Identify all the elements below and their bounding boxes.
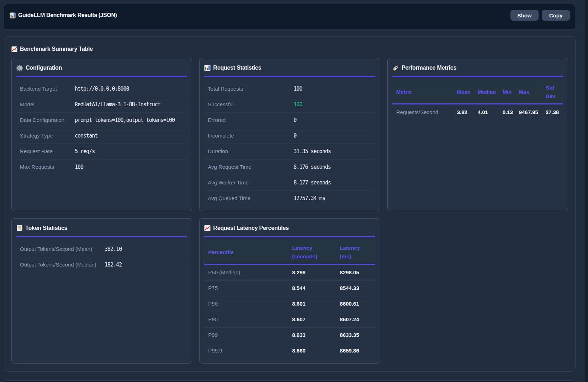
table-row: Incomplete 0 — [204, 128, 375, 144]
title-underline — [204, 76, 375, 77]
memo-icon — [16, 225, 23, 231]
table-row: Duration 31.35 seconds — [204, 144, 375, 159]
percentile-name: P50 (Median) — [204, 265, 288, 280]
latency-percentiles-table: Percentile Latency (seconds) Latency (ms… — [204, 241, 375, 359]
latency-ms: 8600.61 — [336, 296, 375, 312]
metric-std-dev: 27.38 — [542, 104, 563, 120]
gear-icon — [16, 65, 23, 71]
chart-increasing-icon — [11, 46, 17, 52]
card-title-text: Request Statistics — [213, 64, 261, 72]
row-value-success: 100 — [290, 97, 375, 112]
performance-metrics-card: Performance Metrics Metric Mean Median M… — [387, 58, 568, 211]
row-label: Incomplete — [204, 128, 290, 144]
row-label: Model — [16, 97, 71, 112]
table-row: Requests/Second 3.82 4.01 0.13 9467.95 2… — [392, 104, 563, 120]
row-label: Backend Target — [16, 81, 71, 97]
table-header-row: Percentile Latency (seconds) Latency (ms… — [204, 241, 375, 265]
column-header: Min — [499, 81, 515, 104]
row-value: 31.35 seconds — [290, 144, 375, 159]
row-value: 0 — [290, 112, 375, 128]
title-underline — [16, 76, 187, 77]
section-title: Benchmark Summary Table — [20, 45, 93, 53]
row-value: prompt_tokens=100,output_tokens=100 — [71, 112, 187, 128]
table-row: Output Tokens/Second (Mean) 382.10 — [16, 241, 187, 257]
latency-percentiles-card-title: Request Latency Percentiles — [204, 224, 375, 232]
table-row: Total Requests 100 — [204, 81, 375, 97]
configuration-card: Configuration Backend Target http://0.0.… — [11, 58, 192, 211]
latency-percentiles-card: Request Latency Percentiles Percentile L… — [199, 218, 380, 364]
row-value: 0 — [290, 128, 375, 144]
row-label: Errored — [204, 112, 290, 128]
token-statistics-card: Token Statistics Output Tokens/Second (M… — [11, 218, 192, 364]
report-header-bar: GuideLLM Benchmark Results (JSON) Show C… — [4, 4, 575, 30]
rocket-icon — [392, 65, 399, 71]
table-row: P95 8.607 8607.24 — [204, 312, 375, 327]
report-title: GuideLLM Benchmark Results (JSON) — [18, 11, 117, 19]
row-label: Data Configuration — [16, 112, 71, 128]
show-button[interactable]: Show — [510, 10, 539, 21]
latency-ms: 8633.35 — [336, 327, 375, 343]
latency-seconds: 8.607 — [288, 312, 336, 327]
summary-cards-grid: Configuration Backend Target http://0.0.… — [11, 58, 568, 364]
configuration-card-title: Configuration — [16, 64, 187, 72]
table-row: P90 8.601 8600.61 — [204, 296, 375, 312]
row-label: Successful — [204, 97, 290, 112]
latency-ms: 8659.86 — [336, 343, 375, 359]
row-value: 8.177 seconds — [290, 175, 375, 190]
report-title-group: GuideLLM Benchmark Results (JSON) — [10, 11, 117, 19]
latency-seconds: 8.660 — [288, 343, 336, 359]
row-value: 382.10 — [101, 241, 187, 257]
percentile-name: P90 — [204, 296, 288, 312]
table-row: P99.9 8.660 8659.86 — [204, 343, 375, 359]
token-statistics-table: Output Tokens/Second (Mean) 382.10 Outpu… — [16, 241, 187, 273]
title-underline — [204, 236, 375, 237]
table-row: Request Rate 5 req/s — [16, 144, 187, 159]
request-statistics-table: Total Requests 100 Successful 100 Errore… — [204, 81, 375, 206]
table-header-row: Metric Mean Median Min Max Std Dev — [392, 81, 563, 104]
metric-mean: 3.82 — [453, 104, 474, 120]
title-underline — [16, 236, 187, 237]
table-row: Strategy Type constant — [16, 128, 187, 144]
metric-min: 0.13 — [499, 104, 515, 120]
row-value: constant — [71, 128, 187, 144]
token-statistics-card-title: Token Statistics — [16, 224, 187, 232]
chart-increasing-icon — [204, 225, 211, 231]
benchmark-report-page: { "header": { "icon": "bar-chart-icon", … — [0, 0, 588, 382]
row-value: RedHatAI/Llama-3.1-8B-Instruct — [71, 97, 187, 112]
column-header: Mean — [453, 81, 474, 104]
percentile-name: P95 — [204, 312, 288, 327]
metric-name: Requests/Second — [392, 104, 453, 120]
table-row: Avg Request Time 8.176 seconds — [204, 159, 375, 175]
percentile-name: P75 — [204, 280, 288, 296]
request-statistics-card-title: Request Statistics — [204, 64, 375, 72]
configuration-table: Backend Target http://0.0.0.0:8000 Model… — [16, 81, 187, 175]
latency-ms: 8298.05 — [336, 265, 375, 280]
latency-ms: 8607.24 — [336, 312, 375, 327]
percentile-name: P99 — [204, 327, 288, 343]
bar-chart-icon — [204, 65, 211, 71]
column-header: Latency (ms) — [336, 241, 375, 265]
row-value: http://0.0.0.0:8000 — [71, 81, 187, 97]
table-row: Output Tokens/Second (Median) 182.42 — [16, 257, 187, 273]
row-value: 8.176 seconds — [290, 159, 375, 175]
column-header: Max — [515, 81, 542, 104]
column-header: Percentile — [204, 241, 288, 265]
row-label: Output Tokens/Second (Median) — [16, 257, 101, 273]
card-title-text: Configuration — [26, 64, 62, 72]
table-row: Backend Target http://0.0.0.0:8000 — [16, 81, 187, 97]
scrollbar-track[interactable] — [585, 0, 588, 382]
row-label: Output Tokens/Second (Mean) — [16, 241, 101, 257]
header-actions: Show Copy — [510, 10, 570, 21]
table-row: P75 8.544 8544.33 — [204, 280, 375, 296]
table-row: Avg Worker Time 8.177 seconds — [204, 175, 375, 190]
row-label: Duration — [204, 144, 290, 159]
row-label: Avg Worker Time — [204, 175, 290, 190]
row-label: Avg Request Time — [204, 159, 290, 175]
card-title-text: Request Latency Percentiles — [213, 224, 288, 232]
metric-median: 4.01 — [474, 104, 499, 120]
table-row: Errored 0 — [204, 112, 375, 128]
percentile-name: P99.9 — [204, 343, 288, 359]
column-header: Latency (seconds) — [288, 241, 336, 265]
copy-button[interactable]: Copy — [542, 10, 570, 21]
row-label: Total Requests — [204, 81, 290, 97]
